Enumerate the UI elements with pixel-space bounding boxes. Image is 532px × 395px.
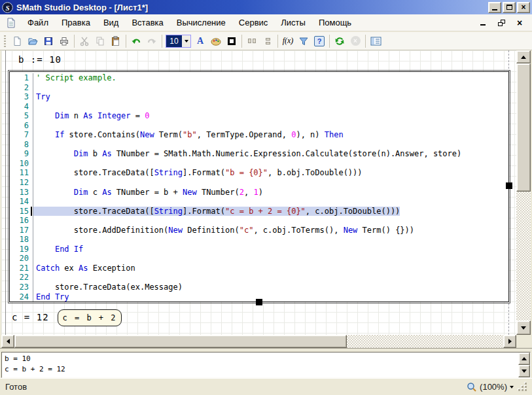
- font-size-value[interactable]: 10: [166, 35, 182, 47]
- function-button[interactable]: f(x): [280, 33, 296, 49]
- menu-item-view[interactable]: Вид: [97, 16, 126, 29]
- code-line-8[interactable]: 8: [10, 140, 508, 150]
- recalculate-button[interactable]: [332, 33, 347, 49]
- minimize-button[interactable]: [488, 2, 501, 13]
- resize-handle-right[interactable]: [506, 182, 512, 189]
- code-line-15[interactable]: 15 store.TraceData([String].Format("c = …: [10, 207, 508, 216]
- menu-item-insert[interactable]: Вставка: [125, 16, 169, 29]
- mdi-close-button[interactable]: ×: [515, 19, 524, 27]
- close-button[interactable]: ×: [517, 2, 530, 13]
- redo-button[interactable]: [144, 33, 160, 49]
- title-bar[interactable]: S SMath Studio Desktop - [Лист1*] ×: [0, 0, 532, 14]
- menu-item-tools[interactable]: Сервис: [232, 16, 275, 29]
- reference-button[interactable]: ?: [311, 33, 327, 49]
- math-result-c[interactable]: c = 12: [12, 312, 49, 322]
- print-button[interactable]: [56, 33, 72, 49]
- code-line-3[interactable]: 3Try: [10, 92, 508, 102]
- resize-grip[interactable]: [519, 383, 527, 391]
- highlighted-expression-box[interactable]: c = b + 2: [58, 309, 122, 326]
- undo-button[interactable]: [128, 33, 144, 49]
- code-line-2[interactable]: 2: [10, 83, 508, 93]
- align-horizontal-button[interactable]: [244, 33, 260, 49]
- line-number: 4: [10, 102, 33, 112]
- code-line-12[interactable]: 12: [10, 178, 508, 188]
- triangle-left-icon: [7, 339, 10, 344]
- code-line-7[interactable]: 7 If store.Contains(New Term("b", TermTy…: [10, 130, 508, 140]
- save-button[interactable]: [41, 33, 56, 49]
- menu-item-edit[interactable]: Правка: [55, 16, 97, 29]
- maximize-button[interactable]: [503, 2, 516, 13]
- trace-output-lines: b = 10 c = b + 2 = 12: [2, 352, 517, 377]
- code-line-13[interactable]: 13 Dim c As TNumber = b + New TNumber(2,…: [10, 188, 508, 198]
- font-size-dropdown-button[interactable]: [182, 35, 190, 47]
- copy-button[interactable]: [92, 33, 108, 49]
- code-line-17[interactable]: 17 store.AddDefinition(New Definition("c…: [10, 226, 508, 235]
- menu-item-sheets[interactable]: Листы: [274, 16, 312, 29]
- resize-handle-bottom[interactable]: [256, 299, 262, 305]
- scroll-up-button[interactable]: [516, 50, 531, 63]
- code-text: [33, 178, 36, 188]
- math-definition-b[interactable]: b := 10: [18, 54, 62, 65]
- code-line-4[interactable]: 4: [10, 102, 508, 112]
- code-line-16[interactable]: 16: [10, 216, 508, 226]
- scroll-down-button[interactable]: [516, 320, 531, 335]
- output-scroll-down-button[interactable]: [518, 365, 530, 377]
- new-button[interactable]: [9, 33, 25, 49]
- document-icon[interactable]: [7, 18, 16, 28]
- code-line-18[interactable]: 18: [10, 235, 508, 245]
- stop-icon: ×: [351, 36, 361, 46]
- vertical-scroll-track[interactable]: [516, 192, 531, 320]
- code-line-10[interactable]: 10: [10, 159, 508, 169]
- line-number: 17: [10, 226, 33, 235]
- code-line-21[interactable]: 21Catch ex As Exception: [10, 264, 508, 273]
- code-line-11[interactable]: 11 store.TraceData([String].Format("b = …: [10, 168, 508, 178]
- vertical-scroll-thumb[interactable]: [516, 63, 531, 192]
- border-button[interactable]: [224, 33, 239, 49]
- palette-icon: [211, 36, 221, 46]
- menu-items: ФайлПравкаВидВставкаВычислениеСервисЛист…: [21, 16, 478, 29]
- horizontal-scroll-track[interactable]: [347, 335, 503, 348]
- font-color-button[interactable]: A: [192, 33, 208, 49]
- filter-button[interactable]: [296, 33, 311, 49]
- zoom-control[interactable]: (100%): [467, 382, 514, 392]
- scroll-right-button[interactable]: [503, 335, 516, 348]
- code-line-20[interactable]: 20: [10, 254, 508, 264]
- code-line-19[interactable]: 19 End If: [10, 245, 508, 254]
- align-vertical-button[interactable]: [260, 33, 275, 49]
- toolbar-grip[interactable]: [4, 35, 6, 47]
- code-line-14[interactable]: 14: [10, 197, 508, 207]
- menu-item-calculation[interactable]: Вычисление: [170, 16, 232, 29]
- code-line-22[interactable]: 22: [10, 273, 508, 283]
- font-size-combo[interactable]: 10: [166, 35, 191, 48]
- cut-button[interactable]: [77, 33, 92, 49]
- background-color-button[interactable]: [208, 33, 224, 49]
- code-line-23[interactable]: 23 store.TraceData(ex.Message): [10, 283, 508, 292]
- code-area: 1' Script example.23Try45 Dim n As Integ…: [10, 73, 508, 301]
- zoom-dropdown-icon[interactable]: [510, 386, 514, 388]
- scroll-left-button[interactable]: [1, 335, 14, 348]
- menu-item-file[interactable]: Файл: [21, 16, 55, 29]
- options-panel-button[interactable]: [368, 33, 383, 49]
- page-margin-line: [5, 50, 6, 335]
- code-line-1[interactable]: 1' Script example.: [10, 73, 508, 83]
- output-scroll-up-button[interactable]: [518, 352, 530, 365]
- trace-output-panel[interactable]: b = 10 c = b + 2 = 12: [1, 352, 531, 378]
- line-number: 16: [10, 216, 33, 226]
- mdi-restore-button[interactable]: [497, 19, 506, 27]
- open-button[interactable]: [25, 33, 41, 49]
- stop-button[interactable]: ×: [347, 33, 363, 49]
- output-vertical-scrollbar: [518, 352, 530, 377]
- mdi-minimize-button[interactable]: [478, 19, 488, 27]
- code-line-6[interactable]: 6: [10, 121, 508, 131]
- toolbar-separator: [126, 35, 126, 48]
- code-line-9[interactable]: 9 Dim b As TNumber = SMath.Math.Numeric.…: [10, 149, 508, 159]
- horizontal-scroll-thumb[interactable]: [14, 335, 347, 348]
- code-editor-region[interactable]: 1' Script example.23Try45 Dim n As Integ…: [9, 71, 509, 302]
- code-line-5[interactable]: 5 Dim n As Integer = 0: [10, 111, 508, 121]
- code-text: [33, 254, 36, 264]
- worksheet-canvas[interactable]: b := 10 1' Script example.23Try45 Dim n …: [1, 50, 516, 335]
- code-text: [33, 83, 36, 93]
- line-number: 19: [10, 245, 33, 254]
- paste-button[interactable]: [108, 33, 124, 49]
- menu-item-help[interactable]: Помощь: [312, 16, 358, 29]
